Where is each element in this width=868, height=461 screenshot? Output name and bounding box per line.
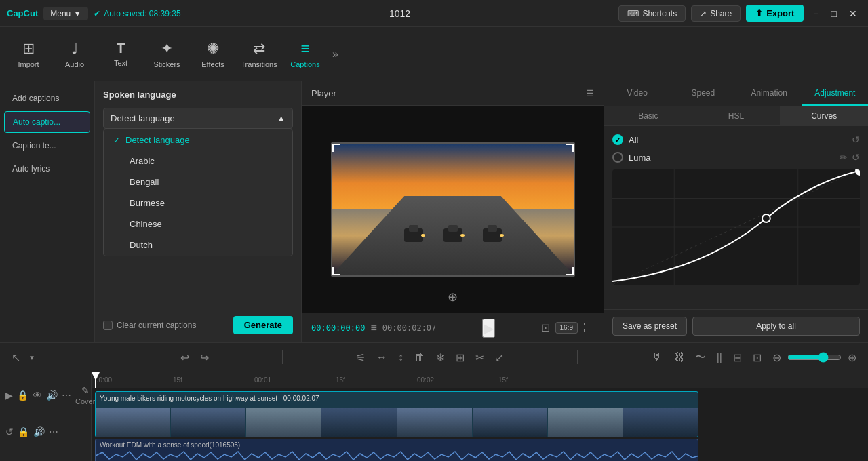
audio-track[interactable]: Workout EDM with a sense of speed(101650… bbox=[95, 439, 698, 461]
audio-volume-icon[interactable]: 🔊 bbox=[33, 426, 45, 437]
subtab-curves[interactable]: Curves bbox=[780, 106, 868, 125]
player-menu-icon[interactable]: ☰ bbox=[586, 88, 594, 98]
zoom-out-button[interactable]: ⊖ bbox=[768, 348, 786, 367]
split-track-button[interactable]: || bbox=[712, 348, 727, 367]
player-video: ⊕ bbox=[302, 106, 604, 313]
fullscreen-icon[interactable]: ⛶ bbox=[583, 322, 594, 334]
trim-button[interactable]: ✂ bbox=[471, 348, 489, 367]
curve-radio-luma[interactable] bbox=[612, 152, 623, 163]
timeline-tracks: 00:00 15f 00:01 15f 00:02 15f Young male… bbox=[92, 372, 868, 461]
curve-radio-all[interactable]: ✓ bbox=[612, 134, 623, 145]
split-button[interactable]: ⚟ bbox=[351, 348, 370, 367]
language-selected-label: Detect language bbox=[111, 113, 175, 123]
lang-option-arabic[interactable]: Arabic bbox=[104, 151, 292, 172]
history-group: ↩ ↪ bbox=[176, 348, 214, 367]
toolbar-expand-button[interactable]: » bbox=[330, 45, 341, 63]
lang-option-burmese[interactable]: Burmese bbox=[104, 193, 292, 214]
left-panel-auto-lyrics[interactable]: Auto lyrics bbox=[4, 159, 90, 179]
apply-all-button[interactable]: Apply to all bbox=[692, 317, 860, 336]
left-panel-auto-caption[interactable]: Auto captio... bbox=[4, 111, 90, 133]
curve-canvas[interactable] bbox=[612, 169, 860, 285]
zoom-slider[interactable] bbox=[787, 352, 842, 363]
audio-icon: ♩ bbox=[71, 40, 78, 58]
save-preset-button[interactable]: Save as preset bbox=[612, 317, 687, 336]
link-audio-button[interactable]: ⛓ bbox=[669, 348, 689, 367]
lang-option-chinese[interactable]: Chinese bbox=[104, 214, 292, 235]
reset-curve-all-icon[interactable]: ↺ bbox=[852, 134, 860, 145]
thumb-7 bbox=[548, 408, 623, 437]
freeze-button[interactable]: ❄ bbox=[431, 348, 450, 367]
wave-button[interactable]: 〜 bbox=[690, 347, 711, 368]
check-icon: ✓ bbox=[113, 136, 120, 145]
audio-more-icon[interactable]: ⋯ bbox=[49, 426, 58, 437]
minimize-button[interactable]: − bbox=[809, 7, 823, 20]
volume-icon[interactable]: 🔊 bbox=[46, 390, 58, 401]
export-button[interactable]: ⬆ Export bbox=[746, 5, 804, 22]
toolbar-audio[interactable]: ♩ Audio bbox=[53, 33, 96, 76]
toolbar-stickers[interactable]: ✦ Stickers bbox=[145, 33, 189, 76]
toolbar-import[interactable]: ⊞ Import bbox=[7, 33, 50, 76]
generate-button[interactable]: Generate bbox=[233, 316, 293, 334]
right-panel-footer: Save as preset Apply to all bbox=[604, 309, 868, 342]
pencil-icon[interactable]: ✏ bbox=[840, 152, 848, 163]
left-panel-add-captions[interactable]: Add captions bbox=[4, 88, 90, 108]
captions-panel-title: Spoken language bbox=[103, 89, 293, 100]
caption-auto-button[interactable]: ⊡ bbox=[748, 348, 766, 367]
lock-icon[interactable]: 🔒 bbox=[17, 390, 28, 401]
toolbar-captions[interactable]: ≡ Captions bbox=[283, 33, 327, 76]
share-button[interactable]: ↗ Share bbox=[691, 5, 741, 22]
separator-3 bbox=[577, 350, 578, 364]
reset-curve-luma-icon[interactable]: ↺ bbox=[852, 152, 860, 163]
thumb-1 bbox=[96, 408, 170, 437]
eye-icon[interactable]: 👁 bbox=[33, 390, 42, 401]
tab-adjustment[interactable]: Adjustment bbox=[802, 81, 868, 106]
stickers-icon: ✦ bbox=[161, 40, 173, 58]
toolbar-transitions[interactable]: ⇄ Transitions bbox=[237, 33, 281, 76]
audio-lock-icon[interactable]: 🔒 bbox=[18, 426, 29, 437]
player-title: Player bbox=[311, 88, 336, 98]
toolbar-text[interactable]: T Text bbox=[99, 33, 142, 76]
video-track[interactable]: Young male bikers riding motorcycles on … bbox=[95, 391, 698, 437]
crop-button[interactable]: ⊞ bbox=[451, 348, 469, 367]
play-button[interactable]: ▶ bbox=[482, 319, 495, 338]
fit-screen-icon[interactable]: ⊡ bbox=[541, 321, 550, 334]
clear-captions-toggle[interactable]: Clear current captions bbox=[103, 321, 196, 330]
mic-button[interactable]: 🎙 bbox=[647, 348, 667, 367]
curve-row-luma: Luma ✏ ↺ bbox=[612, 152, 860, 163]
zoom-in-button[interactable]: ⊕ bbox=[843, 348, 861, 367]
tool-select-group: ↖ ▼ bbox=[7, 348, 37, 367]
language-select-button[interactable]: Detect language ▲ bbox=[103, 108, 293, 129]
more-icon[interactable]: ⋯ bbox=[62, 390, 71, 401]
timecode-icon[interactable]: ≡ bbox=[370, 322, 376, 334]
menu-button[interactable]: Menu ▼ bbox=[43, 7, 88, 20]
select-tool-button[interactable]: ↖ bbox=[7, 348, 25, 367]
player-panel: Player ☰ bbox=[302, 81, 604, 342]
close-button[interactable]: ✕ bbox=[845, 7, 861, 20]
shortcuts-button[interactable]: ⌨ Shortcuts bbox=[618, 5, 686, 22]
tab-video[interactable]: Video bbox=[604, 81, 670, 106]
toolbar-effects[interactable]: ✺ Effects bbox=[191, 33, 235, 76]
redo-button[interactable]: ↪ bbox=[195, 348, 214, 367]
left-panel-caption-te[interactable]: Caption te... bbox=[4, 136, 90, 156]
select-tool-dropdown[interactable]: ▼ bbox=[26, 350, 37, 365]
tab-animation[interactable]: Animation bbox=[736, 81, 802, 106]
expand-button[interactable]: ⤢ bbox=[490, 348, 509, 367]
clear-captions-checkbox[interactable] bbox=[103, 321, 113, 330]
merge-button[interactable]: ⊟ bbox=[728, 348, 747, 367]
thumb-6 bbox=[473, 408, 547, 437]
lang-option-dutch[interactable]: Dutch bbox=[104, 235, 292, 256]
lang-option-bengali[interactable]: Bengali bbox=[104, 172, 292, 193]
flip-h-button[interactable]: ↔ bbox=[372, 348, 392, 367]
playhead[interactable] bbox=[95, 372, 96, 388]
recenter-button[interactable]: ⊕ bbox=[448, 289, 458, 304]
tab-speed[interactable]: Speed bbox=[670, 81, 736, 106]
subtab-basic[interactable]: Basic bbox=[604, 106, 692, 125]
lang-option-detect[interactable]: ✓ Detect language bbox=[104, 129, 292, 151]
delete-button[interactable]: 🗑 bbox=[410, 348, 430, 367]
subtab-hsl[interactable]: HSL bbox=[692, 106, 781, 125]
flip-v-button[interactable]: ↕ bbox=[393, 348, 408, 367]
maximize-button[interactable]: □ bbox=[827, 7, 841, 20]
undo-button[interactable]: ↩ bbox=[176, 348, 194, 367]
thumb-2 bbox=[171, 408, 245, 437]
audio-track-label: Workout EDM with a sense of speed(101650… bbox=[100, 441, 240, 449]
